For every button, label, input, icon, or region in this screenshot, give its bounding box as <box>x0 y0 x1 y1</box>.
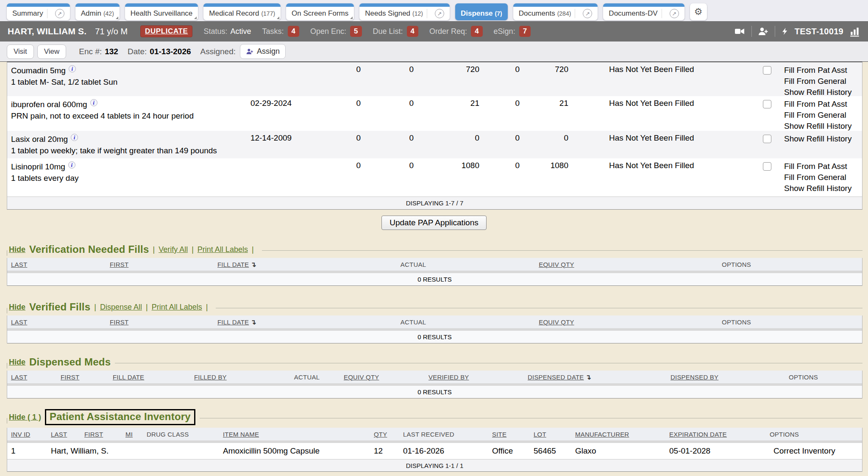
hide-dispensed-meds-link[interactable]: Hide <box>9 358 25 367</box>
tab-summary[interactable]: Summary ↗ <box>7 3 70 20</box>
column-header-item-name[interactable]: ITEM NAME <box>219 431 370 438</box>
med-date <box>238 161 304 196</box>
view-button[interactable]: View <box>37 44 67 59</box>
column-header-equiv-qty[interactable]: EQUIV QTY <box>502 318 611 326</box>
show-refill-history-link[interactable]: Show Refill History <box>784 87 862 98</box>
print-all-labels-link[interactable]: Print All Labels <box>198 245 248 254</box>
tab-on-screen-forms[interactable]: On Screen Forms <box>286 3 354 20</box>
column-header-dispensed-date[interactable]: DISPENSED DATE↴ <box>524 373 667 381</box>
tab-documents-dv[interactable]: Documents-DV ↗ <box>603 3 684 20</box>
info-icon[interactable]: i <box>68 161 75 169</box>
column-header-first[interactable]: FIRST <box>57 374 109 381</box>
column-header-actual: ACTUAL <box>281 374 332 381</box>
fill-checkbox[interactable] <box>763 135 771 143</box>
section-border-stub <box>7 418 7 423</box>
column-header-dispensed-by[interactable]: DISPENSED BY <box>667 374 745 381</box>
fill-from-pat-asst-link[interactable]: Fill From Pat Asst <box>784 65 862 76</box>
show-refill-history-link[interactable]: Show Refill History <box>784 183 862 194</box>
popout-icon[interactable]: ↗ <box>55 9 64 18</box>
add-person-icon[interactable] <box>758 26 769 36</box>
med-qty: 0 <box>363 99 416 132</box>
section-border-stub <box>7 308 7 313</box>
column-header-fill-date[interactable]: FILL DATE <box>109 374 190 381</box>
column-header-first[interactable]: FIRST <box>106 261 214 268</box>
fill-from-pat-asst-link[interactable]: Fill From Pat Asst <box>784 161 862 172</box>
tasks-count-badge[interactable]: 4 <box>288 26 299 37</box>
column-header-site[interactable]: SITE <box>488 431 530 438</box>
med-qty: 0 <box>363 133 416 158</box>
med-qty: 0 <box>304 133 363 158</box>
column-header-last[interactable]: LAST <box>7 318 106 326</box>
correct-inventory-link[interactable]: Correct Inventory <box>766 446 862 456</box>
column-header-fill-date[interactable]: FILL DATE↴ <box>214 318 324 326</box>
update-pap-applications-button[interactable]: Update PAP Applications <box>381 216 487 230</box>
divider <box>775 26 775 37</box>
info-icon[interactable]: i <box>69 65 76 72</box>
column-header-lot[interactable]: LOT <box>530 431 571 438</box>
column-header-last[interactable]: LAST <box>7 374 57 381</box>
column-header-first[interactable]: FIRST <box>106 318 214 326</box>
popout-icon[interactable]: ↗ <box>583 9 592 18</box>
status-value: Active <box>231 27 251 36</box>
hide-patient-assistance-inventory-link[interactable]: Hide ( 1 ) <box>9 413 41 422</box>
enc-date-group: Date: 01-13-2026 <box>128 47 191 56</box>
column-header-first[interactable]: FIRST <box>81 431 122 438</box>
column-header-equiv-qty[interactable]: EQUIV QTY <box>332 374 425 381</box>
column-header-fill-date[interactable]: FILL DATE↴ <box>214 260 324 268</box>
tab-label: Summary <box>12 9 43 18</box>
column-header-expiration-date[interactable]: EXPIRATION DATE <box>665 431 766 438</box>
patient-name-cell: Hart, William, S. <box>47 446 143 456</box>
fill-checkbox[interactable] <box>763 162 771 171</box>
table-row: Coumadin 5mgi 1 tablet M- Sat, 1/2 table… <box>7 62 862 96</box>
tab-documents[interactable]: Documents (284) ↗ <box>513 3 598 20</box>
due-list-count-badge[interactable]: 4 <box>407 26 418 37</box>
medications-table: Coumadin 5mgi 1 tablet M- Sat, 1/2 table… <box>7 62 862 210</box>
video-camera-icon[interactable] <box>734 26 746 36</box>
fill-from-general-link[interactable]: Fill From General <box>784 110 862 121</box>
tab-needs-signed[interactable]: Needs Signed (12) ↗ <box>359 3 450 20</box>
popout-icon[interactable]: ↗ <box>435 9 444 18</box>
dispense-all-link[interactable]: Dispense All <box>100 303 142 312</box>
tab-admin[interactable]: Admin (42) <box>75 3 120 20</box>
duplicate-badge[interactable]: DUPLICATE <box>140 25 192 37</box>
fill-checkbox[interactable] <box>763 100 771 108</box>
hide-verification-needed-fills-link[interactable]: Hide <box>9 245 25 254</box>
column-header-last[interactable]: LAST <box>47 431 81 438</box>
column-header-equiv-qty[interactable]: EQUIV QTY <box>502 261 611 268</box>
tab-health-surveillance[interactable]: Health Surveillance <box>125 3 198 20</box>
column-header-last[interactable]: LAST <box>7 261 106 268</box>
column-header-verified-by[interactable]: VERIFIED BY <box>425 374 524 381</box>
section-border-stub <box>7 250 7 256</box>
fill-from-general-link[interactable]: Fill From General <box>784 76 862 87</box>
column-header-actual: ACTUAL <box>324 261 502 268</box>
table-header-row: INV ID LAST FIRST MI DRUG CLASS ITEM NAM… <box>7 428 862 440</box>
fill-from-general-link[interactable]: Fill From General <box>784 172 862 183</box>
lightning-icon[interactable] <box>781 26 789 37</box>
esign-count-badge[interactable]: 7 <box>519 26 531 37</box>
popout-icon[interactable]: ↗ <box>670 9 679 18</box>
assign-button[interactable]: Assign <box>240 44 286 59</box>
column-header-manufacturer[interactable]: MANUFACTURER <box>571 431 665 438</box>
tab-medical-record[interactable]: Medical Record (177) <box>203 3 281 20</box>
column-header-qty[interactable]: QTY <box>370 431 399 438</box>
tab-dispense[interactable]: Dispense (7) <box>455 3 508 20</box>
fill-checkbox[interactable] <box>763 66 771 75</box>
verify-all-link[interactable]: Verify All <box>159 245 188 254</box>
visit-button[interactable]: Visit <box>7 44 34 59</box>
fill-from-pat-asst-link[interactable]: Fill From Pat Asst <box>784 99 862 110</box>
column-header-inv-id[interactable]: INV ID <box>7 431 47 438</box>
esign-group: eSign: 7 <box>494 26 531 37</box>
column-header-mi[interactable]: MI <box>122 431 143 438</box>
open-enc-count-badge[interactable]: 5 <box>350 26 362 37</box>
hide-verified-fills-link[interactable]: Hide <box>9 303 25 312</box>
info-icon[interactable]: i <box>90 99 97 106</box>
dropdown-indicator-icon <box>116 17 118 19</box>
show-refill-history-link[interactable]: Show Refill History <box>784 121 862 132</box>
order-req-count-badge[interactable]: 4 <box>471 26 482 37</box>
tab-settings-gear-icon[interactable]: ⚙ <box>690 3 707 20</box>
show-refill-history-link[interactable]: Show Refill History <box>784 133 862 144</box>
print-all-labels-link[interactable]: Print All Labels <box>152 303 202 312</box>
column-header-filled-by[interactable]: FILLED BY <box>190 374 281 381</box>
info-icon[interactable]: i <box>71 134 78 141</box>
bar-chart-icon[interactable] <box>849 26 860 37</box>
